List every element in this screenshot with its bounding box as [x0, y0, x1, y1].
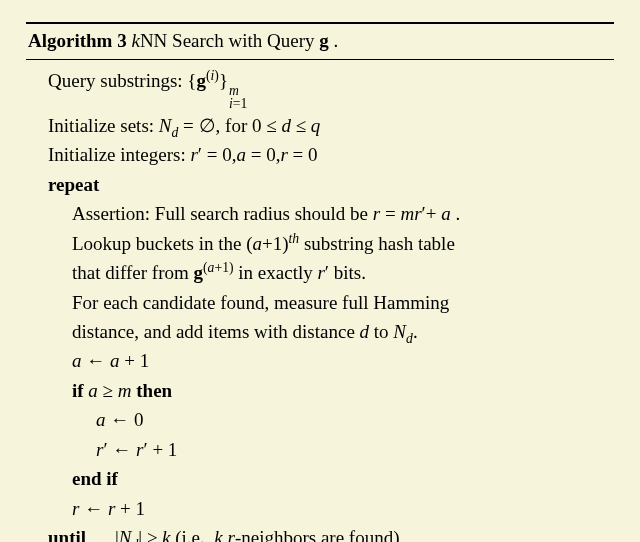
- line-init-ints: Initialize integers: r′ = 0,a = 0,r = 0: [48, 140, 614, 169]
- kw-endif: end if: [48, 464, 614, 493]
- line-candidate-b: distance, and add items with distance d …: [48, 317, 614, 346]
- line-lookup-a: Lookup buckets in the (a+1)th substring …: [48, 229, 614, 258]
- rule-mid: [26, 59, 614, 60]
- line-query-substrings: Query substrings: {g(i)}mi=1: [48, 66, 614, 111]
- line-a-zero: a ← 0: [48, 405, 614, 434]
- line-rprime-inc: r′ ← r′ + 1: [48, 435, 614, 464]
- algorithm-body: Query substrings: {g(i)}mi=1 Initialize …: [26, 66, 614, 542]
- line-r-inc: r ← r + 1: [48, 494, 614, 523]
- line-until: until r−1 ∑ d=0 |Nd| ≥ k (i.e., k r-neig…: [48, 523, 614, 542]
- algorithm-block: Algorithm 3 kNN Search with Query g . Qu…: [0, 0, 640, 542]
- line-a-inc: a ← a + 1: [48, 346, 614, 375]
- kw-repeat: repeat: [48, 170, 614, 199]
- title-g: g: [319, 30, 329, 51]
- algo-label: Algorithm 3: [28, 30, 127, 51]
- rule-top: [26, 22, 614, 24]
- title-end: .: [329, 30, 339, 51]
- title-nn: NN Search with Query: [140, 30, 319, 51]
- line-candidate-a: For each candidate found, measure full H…: [48, 288, 614, 317]
- line-init-sets: Initialize sets: Nd = ∅, for 0 ≤ d ≤ q: [48, 111, 614, 140]
- line-if: if a ≥ m then: [48, 376, 614, 405]
- line-assertion: Assertion: Full search radius should be …: [48, 199, 614, 228]
- algorithm-title: Algorithm 3 kNN Search with Query g .: [26, 27, 614, 55]
- line-lookup-b: that differ from g(a+1) in exactly r′ bi…: [48, 258, 614, 287]
- title-k: k: [131, 30, 139, 51]
